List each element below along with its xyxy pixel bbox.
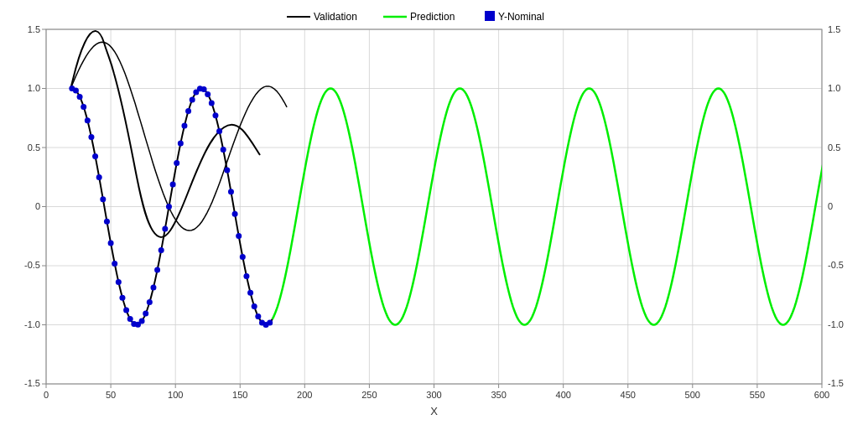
y-nominal-dot	[267, 320, 273, 326]
x-tick-550: 550	[750, 390, 765, 400]
y-nominal-dot	[88, 134, 94, 140]
y-tick-right-n1-0: -1.0	[828, 319, 844, 329]
y-nominal-dot	[108, 241, 114, 246]
x-tick-0: 0	[44, 390, 49, 400]
legend-ynominal-marker	[485, 11, 495, 21]
y-nominal-dot	[224, 167, 230, 173]
legend-prediction-label: Prediction	[410, 11, 455, 23]
y-nominal-dot	[143, 311, 148, 317]
x-tick-300: 300	[426, 390, 441, 400]
y-nominal-dot	[154, 267, 160, 273]
y-nominal-dot	[205, 91, 211, 97]
y-tick-right-n0-5: -0.5	[828, 260, 844, 270]
y-tick-0-5: 0.5	[28, 142, 40, 153]
y-nominal-dot	[255, 313, 261, 319]
y-tick-n0-5: -0.5	[24, 260, 40, 270]
y-nominal-dot	[178, 140, 184, 146]
y-nominal-dot	[147, 299, 153, 305]
y-nominal-dot	[96, 174, 102, 180]
x-axis-label: X	[430, 405, 438, 417]
y-nominal-dot	[73, 88, 79, 94]
x-tick-250: 250	[361, 390, 377, 400]
y-nominal-dot	[236, 233, 242, 239]
y-tick-n1-5: -1.5	[24, 378, 40, 388]
y-nominal-dot	[221, 147, 226, 153]
chart-svg: 1.5 1.0 0.5 0 -0.5 -1.0 -1.5 1.5 1.0 0.5…	[0, 0, 868, 430]
y-nominal-dot	[85, 117, 91, 123]
y-tick-1-5: 1.5	[28, 24, 40, 34]
y-nominal-dot	[81, 104, 86, 110]
y-nominal-dot	[139, 319, 145, 324]
y-nominal-dot	[228, 189, 234, 194]
y-tick-0: 0	[35, 201, 40, 211]
y-nominal-dot	[170, 182, 176, 188]
y-nominal-dot	[123, 308, 129, 313]
chart-container: 1.5 1.0 0.5 0 -0.5 -1.0 -1.5 1.5 1.0 0.5…	[0, 0, 868, 430]
y-nominal-dot	[201, 86, 207, 92]
y-nominal-dot	[190, 96, 195, 102]
x-tick-150: 150	[232, 390, 247, 400]
y-nominal-dot	[166, 204, 172, 210]
x-tick-500: 500	[685, 390, 700, 400]
y-tick-right-0: 0	[828, 201, 833, 211]
y-nominal-dot	[240, 254, 246, 260]
y-tick-1-0: 1.0	[28, 83, 40, 93]
y-nominal-dot	[159, 247, 164, 253]
y-nominal-dot	[112, 261, 117, 267]
y-nominal-dot	[216, 128, 222, 134]
y-nominal-dot	[232, 211, 238, 217]
y-nominal-dot	[119, 295, 125, 301]
y-nominal-dot	[185, 108, 191, 114]
y-nominal-dot	[162, 225, 168, 231]
y-tick-right-0-5: 0.5	[828, 142, 840, 153]
y-tick-right-1-0: 1.0	[828, 83, 840, 93]
legend: Validation Prediction Y-Nominal	[287, 11, 544, 23]
y-nominal-dot	[247, 290, 253, 296]
x-tick-350: 350	[491, 390, 506, 400]
y-nominal-dot	[252, 303, 257, 309]
y-nominal-dot	[181, 122, 187, 128]
y-nominal-dot	[150, 285, 156, 291]
x-tick-200: 200	[297, 390, 312, 400]
y-nominal-dot	[116, 279, 122, 285]
y-nominal-dot	[127, 316, 133, 322]
legend-ynominal-label: Y-Nominal	[498, 11, 544, 23]
y-tick-n1-0: -1.0	[24, 319, 40, 329]
x-tick-400: 400	[556, 390, 571, 400]
legend-validation-label: Validation	[314, 11, 357, 23]
y-nominal-dot	[92, 153, 98, 159]
y-nominal-dot	[243, 273, 249, 279]
y-tick-right-n1-5: -1.5	[828, 378, 844, 388]
y-nominal-dot	[77, 94, 83, 100]
x-tick-50: 50	[106, 390, 116, 400]
y-nominal-dot	[100, 196, 106, 202]
y-nominal-dot	[174, 160, 179, 166]
x-tick-100: 100	[168, 390, 183, 400]
y-nominal-dot	[104, 219, 110, 225]
x-tick-450: 450	[621, 390, 636, 400]
y-nominal-dot	[209, 100, 215, 106]
x-tick-600: 600	[814, 390, 829, 400]
y-nominal-dot	[212, 112, 218, 118]
y-tick-right-1-5: 1.5	[828, 24, 840, 34]
